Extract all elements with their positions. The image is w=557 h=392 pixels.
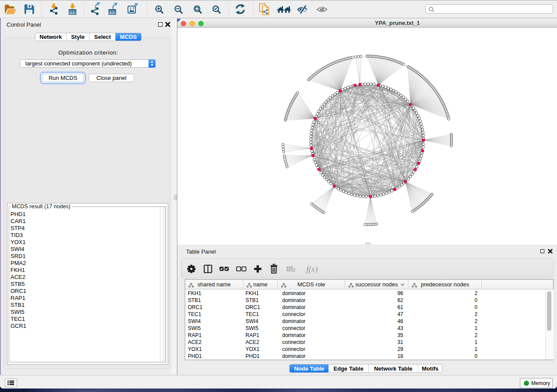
svg-text:f(x): f(x) [306, 265, 318, 274]
